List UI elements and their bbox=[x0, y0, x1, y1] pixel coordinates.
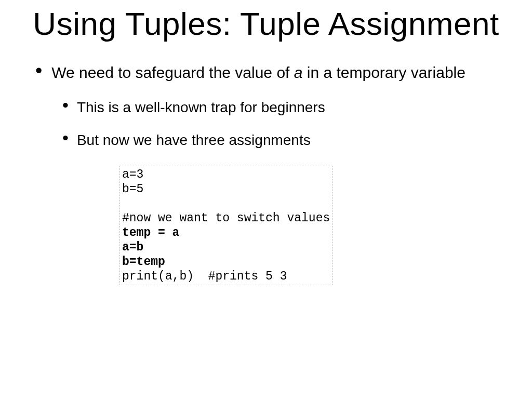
code-line: a=3 bbox=[122, 168, 143, 181]
bullet-level2-a: • This is a well-known trap for beginner… bbox=[62, 98, 506, 116]
code-line: a=b bbox=[122, 241, 143, 254]
bullet-dot-icon: • bbox=[62, 99, 69, 111]
page-title: Using Tuples: Tuple Assignment bbox=[26, 5, 506, 42]
code-line: print(a,b) #prints 5 3 bbox=[122, 270, 287, 283]
code-blank-line bbox=[122, 197, 129, 210]
bullet-dot-icon: • bbox=[35, 64, 42, 78]
bullet-level1: • We need to safeguard the value of a in… bbox=[26, 63, 506, 83]
bullet-text-italic: a bbox=[294, 64, 303, 81]
code-line: temp = a bbox=[122, 226, 179, 240]
bullet-text-post: in a temporary variable bbox=[302, 64, 465, 81]
bullet-level2-b: • But now we have three assignments bbox=[62, 131, 506, 149]
code-line: b=temp bbox=[122, 255, 165, 269]
bullet-dot-icon: • bbox=[62, 132, 69, 143]
bullet-text-pre: We need to safeguard the value of bbox=[51, 64, 294, 81]
bullet-text: This is a well-known trap for beginners bbox=[77, 98, 325, 116]
bullet-text: We need to safeguard the value of a in a… bbox=[51, 63, 466, 83]
slide: Using Tuples: Tuple Assignment • We need… bbox=[0, 0, 532, 285]
bullet-text: But now we have three assignments bbox=[77, 131, 311, 149]
code-line: b=5 bbox=[122, 182, 143, 196]
code-line: #now we want to switch values bbox=[122, 211, 330, 225]
code-block: a=3 b=5 #now we want to switch values te… bbox=[119, 166, 332, 285]
